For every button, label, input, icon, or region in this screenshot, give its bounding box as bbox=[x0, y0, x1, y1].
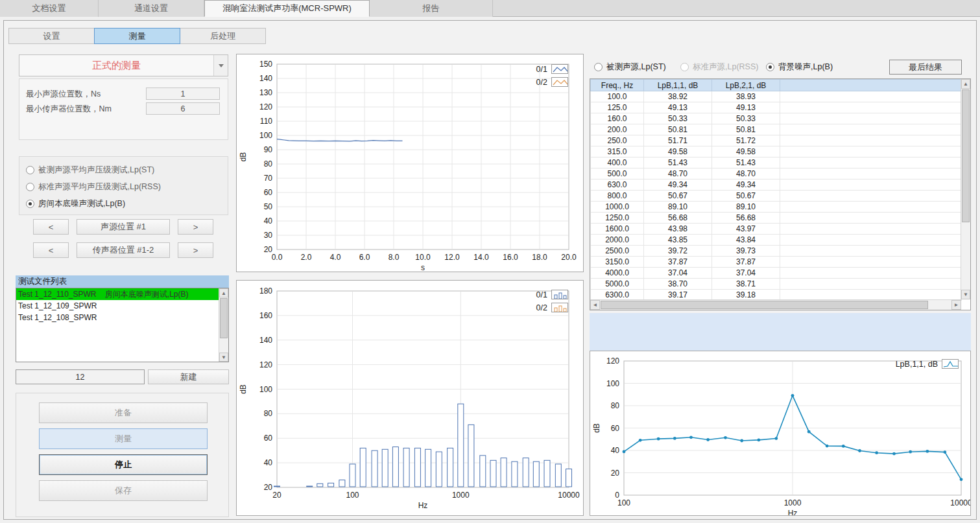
table-column-header[interactable]: LpB,2,1, dB bbox=[712, 80, 780, 91]
scrollbar-down-button[interactable]: ▼ bbox=[219, 353, 228, 362]
table-cell: 50.67 bbox=[644, 191, 712, 202]
table-row[interactable]: 800.050.6750.67 bbox=[591, 191, 962, 202]
table-column-header[interactable]: LpB,1,1, dB bbox=[644, 80, 712, 91]
file-list-item[interactable]: Test 1_12_110_SPWR 房间本底噪声测试,Lp(B) bbox=[16, 288, 228, 300]
result-radio-lp-b-circle[interactable] bbox=[766, 63, 774, 71]
table-cell: 100.0 bbox=[591, 91, 644, 102]
table-row[interactable]: 400.051.4351.43 bbox=[591, 157, 962, 169]
table-row[interactable]: 3150.037.8737.87 bbox=[591, 257, 962, 268]
table-row[interactable]: 2000.043.8543.84 bbox=[591, 235, 962, 246]
table-cell: 50.81 bbox=[644, 124, 712, 135]
table-row[interactable]: 5000.038.7038.71 bbox=[591, 279, 962, 290]
source-position-button[interactable]: 声源位置 #1 bbox=[77, 219, 170, 235]
file-list-scrollbar[interactable]: ▲ ▼ bbox=[219, 288, 228, 362]
table-cell: 49.58 bbox=[644, 146, 712, 157]
table-cell: 6300.0 bbox=[591, 290, 644, 301]
subtab-settings[interactable]: 设置 bbox=[8, 28, 95, 44]
svg-text:10000: 10000 bbox=[950, 498, 970, 507]
param-row-nm: 最小传声器位置数，Nm 6 bbox=[19, 102, 228, 115]
table-cell: 50.33 bbox=[644, 113, 712, 124]
scrollbar-up-button[interactable]: ▲ bbox=[961, 79, 970, 89]
radio-lp-b-test-circle[interactable] bbox=[26, 200, 34, 208]
svg-text:20: 20 bbox=[264, 483, 273, 492]
table-cell: 56.68 bbox=[644, 213, 712, 224]
stop-button[interactable]: 停止 bbox=[39, 454, 208, 475]
file-list-item[interactable]: Test 1_12_109_SPWR bbox=[16, 300, 228, 312]
radio-lp-rss-test-circle[interactable] bbox=[26, 183, 34, 191]
mic-position-button[interactable]: 传声器位置 #1-2 bbox=[77, 242, 170, 258]
measurement-mode-dropdown[interactable]: 正式的测量 bbox=[19, 54, 228, 76]
source-next-button[interactable]: > bbox=[178, 219, 213, 235]
table-vertical-scrollbar[interactable]: ▲ ▼ bbox=[961, 79, 970, 299]
table-cell: 160.0 bbox=[591, 113, 644, 124]
result-radio-lp-rss[interactable]: 标准声源,Lp(RSS) bbox=[680, 62, 758, 73]
radio-lp-rss-test[interactable]: 标准声源平均声压级测试,Lp(RSS) bbox=[26, 181, 161, 192]
table-row[interactable]: 1000.089.1089.10 bbox=[591, 202, 962, 213]
file-list-title: 测试文件列表 bbox=[16, 275, 229, 288]
subtab-measure[interactable]: 测量 bbox=[94, 28, 180, 44]
svg-text:40: 40 bbox=[264, 458, 273, 467]
table-row[interactable]: 2500.039.7239.73 bbox=[591, 246, 962, 257]
time-history-plot: 20304050607080901001101201301401500.02.0… bbox=[237, 54, 583, 272]
mic-next-button[interactable]: > bbox=[178, 242, 213, 258]
table-cell: 51.43 bbox=[712, 157, 780, 169]
scrollbar-down-button[interactable]: ▼ bbox=[961, 290, 970, 299]
table-row[interactable]: 1250.056.6856.68 bbox=[591, 213, 962, 224]
table-row[interactable]: 315.049.5849.58 bbox=[591, 146, 962, 157]
measure-button[interactable]: 测量 bbox=[39, 428, 208, 449]
tab-mcr-spwr[interactable]: 混响室法测试声功率(MCR-SPWR) bbox=[204, 0, 370, 17]
result-radio-lp-rss-circle[interactable] bbox=[680, 63, 689, 71]
tab-channel-settings[interactable]: 通道设置 bbox=[99, 0, 204, 17]
subtab-postprocess[interactable]: 后处理 bbox=[180, 28, 266, 44]
table-cell: 39.18 bbox=[712, 290, 780, 301]
table-cell-empty bbox=[780, 213, 962, 224]
table-row[interactable]: 500.048.7048.70 bbox=[591, 169, 962, 180]
legend-item: LpB,1,1, dB bbox=[896, 359, 959, 369]
ns-input[interactable]: 1 bbox=[146, 87, 220, 100]
table-row[interactable]: 1600.043.9843.97 bbox=[591, 224, 962, 235]
scrollbar-up-button[interactable]: ▲ bbox=[219, 288, 228, 297]
table-row[interactable]: 630.049.3449.34 bbox=[591, 180, 962, 191]
svg-text:90: 90 bbox=[264, 145, 273, 154]
scrollbar-left-button[interactable]: ◄ bbox=[590, 300, 600, 310]
table-cell: 51.43 bbox=[644, 157, 712, 169]
table-cell: 43.98 bbox=[644, 224, 712, 235]
mic-prev-button[interactable]: < bbox=[33, 242, 69, 258]
nm-input[interactable]: 6 bbox=[146, 102, 220, 115]
table-row[interactable]: 200.050.8150.81 bbox=[591, 124, 962, 135]
table-row[interactable]: 160.050.3350.33 bbox=[591, 113, 962, 124]
table-horizontal-scrollbar[interactable]: ◄ ► bbox=[590, 299, 961, 310]
radio-lp-st-test[interactable]: 被测声源平均声压级测试,Lp(ST) bbox=[26, 165, 154, 176]
table-row[interactable]: 125.049.1349.13 bbox=[591, 102, 962, 113]
dropdown-open-button[interactable] bbox=[213, 55, 228, 76]
tab-document-settings[interactable]: 文档设置 bbox=[0, 0, 99, 17]
scrollbar-right-button[interactable]: ► bbox=[951, 300, 961, 310]
table-header-row: Freq., HzLpB,1,1, dBLpB,2,1, dB bbox=[591, 80, 962, 91]
table-column-header[interactable]: Freq., Hz bbox=[591, 80, 644, 91]
save-button[interactable]: 保存 bbox=[39, 480, 208, 501]
table-cell: 37.87 bbox=[712, 257, 780, 268]
legend-label: 0/1 bbox=[536, 290, 547, 299]
new-file-button[interactable]: 新建 bbox=[148, 369, 229, 384]
last-result-button[interactable]: 最后结果 bbox=[889, 60, 962, 75]
result-radio-lp-st-circle[interactable] bbox=[594, 63, 603, 71]
scrollbar-thumb[interactable] bbox=[601, 301, 928, 309]
scrollbar-thumb[interactable] bbox=[962, 89, 970, 222]
file-number-field[interactable]: 12 bbox=[16, 369, 145, 384]
table-row[interactable]: 100.038.9238.93 bbox=[591, 91, 962, 102]
table-row[interactable]: 6300.039.1739.18 bbox=[591, 290, 962, 301]
source-prev-button[interactable]: < bbox=[33, 219, 69, 235]
scrollbar-thumb[interactable] bbox=[220, 298, 228, 338]
radio-lp-b-test[interactable]: 房间本底噪声测试,Lp(B) bbox=[26, 198, 125, 209]
svg-text:6.0: 6.0 bbox=[359, 253, 370, 262]
svg-text:80: 80 bbox=[264, 159, 273, 169]
prepare-button[interactable]: 准备 bbox=[39, 402, 208, 423]
table-cell: 400.0 bbox=[591, 157, 644, 169]
file-list-item[interactable]: Test 1_12_108_SPWR bbox=[16, 312, 228, 323]
result-radio-lp-b[interactable]: 背景噪声,Lp(B) bbox=[766, 62, 833, 73]
tab-report[interactable]: 报告 bbox=[370, 0, 493, 17]
radio-lp-st-test-circle[interactable] bbox=[26, 166, 34, 174]
table-row[interactable]: 4000.037.0437.04 bbox=[591, 268, 962, 279]
result-radio-lp-st[interactable]: 被测声源,Lp(ST) bbox=[594, 62, 666, 73]
table-row[interactable]: 250.051.7151.72 bbox=[591, 135, 962, 146]
